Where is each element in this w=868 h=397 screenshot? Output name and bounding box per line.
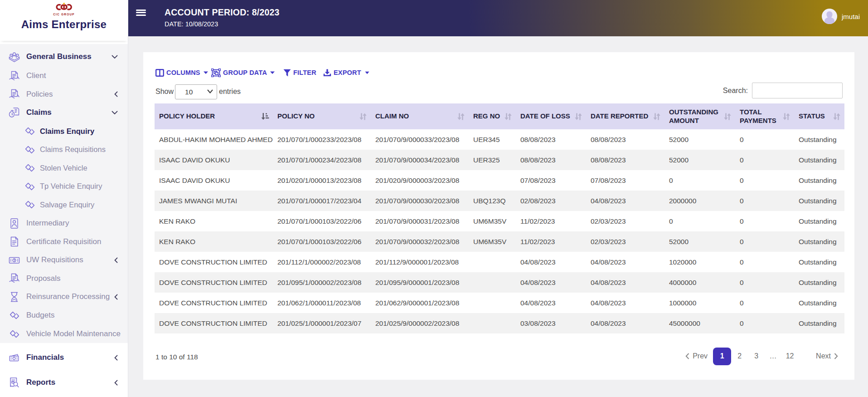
table-row[interactable]: DOVE CONSTRUCTION LIMITED201/112/1/00000… (155, 252, 844, 272)
table-cell: 08/08/2023 (516, 129, 586, 150)
table-row[interactable]: KEN RAKO201/070/1/000103/2022/06201/070/… (155, 211, 844, 231)
sidebar-item-proposals[interactable]: Proposals (0, 270, 128, 288)
sidebar-item-reports[interactable]: Reports (0, 370, 128, 395)
column-header-policy-no[interactable]: POLICY NO (273, 103, 371, 129)
sort-icon-wrap (357, 113, 367, 120)
sidebar-menu-expanded-group: General BusinessClientPoliciesClaimsClai… (0, 44, 128, 343)
user-box[interactable]: jmutai (822, 9, 860, 24)
columns-button[interactable]: COLUMNS (155, 67, 209, 78)
sidebar-item-claims[interactable]: Claims (0, 103, 128, 122)
table-cell (469, 252, 516, 272)
pagination-ellipsis: … (765, 352, 781, 360)
sidebar-item-client[interactable]: Client (0, 67, 128, 85)
table-header-row: POLICY HOLDERPOLICY NOCLAIM NOREG NODATE… (155, 103, 844, 129)
username: jmutai (842, 13, 860, 20)
sidebar-item-claims-requisitions[interactable]: Claims Requisitions (0, 140, 128, 159)
table-row[interactable]: KEN RAKO201/070/1/000103/2022/06201/070/… (155, 231, 844, 252)
sidebar-item-budgets[interactable]: Budgets (0, 306, 128, 325)
table-cell: 0 (735, 293, 794, 313)
export-caret-button[interactable] (365, 67, 369, 78)
group-data-label: GROUP DATA (223, 69, 267, 76)
double-diamond-icon (25, 127, 34, 136)
page-button-3[interactable]: 3 (748, 352, 765, 360)
document-hand-icon (8, 88, 20, 100)
sort-icon-wrap (722, 113, 732, 120)
sidebar-item-tp-vehicle-enquiry[interactable]: Tp Vehicle Enquiry (0, 177, 128, 196)
sidebar-item-certificate-requisition[interactable]: Certificate Requisition (0, 232, 128, 251)
table-row[interactable]: DOVE CONSTRUCTION LIMITED201/062/1/00001… (155, 293, 844, 313)
table-cell: Outstanding (794, 170, 844, 191)
sidebar-item-reinsurance-processing[interactable]: Reinsurance Processing (0, 288, 128, 306)
double-diamond-icon (8, 309, 20, 322)
sidebar-item-claims-enquiry[interactable]: Claims Enquiry (0, 122, 128, 141)
column-header-inner: POLICY NO (277, 112, 367, 121)
column-header-date-reported[interactable]: DATE REPORTED (586, 103, 664, 129)
prev-page-button[interactable]: Prev (683, 352, 710, 360)
column-header-total-payments[interactable]: TOTAL PAYMENTS (735, 103, 794, 129)
table-cell: Outstanding (794, 211, 844, 231)
table-cell: 07/08/2023 (516, 170, 586, 191)
sidebar-item-stolen-vehicle[interactable]: Stolen Vehicle (0, 159, 128, 177)
table-cell: 201/020/9/000003/2023/08 (371, 170, 469, 191)
column-header-reg-no[interactable]: REG NO (469, 103, 516, 129)
table-toolbar: COLUMNS GROUP DATA (143, 67, 854, 78)
table-cell: Outstanding (794, 313, 844, 333)
search-label: Search: (723, 87, 748, 95)
sidebar-item-general-business[interactable]: General Business (0, 47, 128, 67)
page-button-1[interactable]: 1 (713, 348, 731, 365)
page-size-select[interactable]: 10 (175, 84, 217, 99)
group-data-icon (211, 69, 221, 77)
show-label: Show (155, 88, 174, 96)
sidebar-item-financials[interactable]: Financials (0, 345, 128, 370)
table-row[interactable]: DOVE CONSTRUCTION LIMITED201/095/1/00000… (155, 272, 844, 293)
table-cell: Outstanding (794, 272, 844, 293)
column-header-status[interactable]: STATUS (794, 103, 844, 129)
columns-label: COLUMNS (166, 69, 200, 76)
sidebar-item-uw-requisitions[interactable]: UW Requisitions (0, 251, 128, 270)
table-row[interactable]: JAMES MWANGI MUTAI201/070/1/000017/2023/… (155, 191, 844, 211)
table-cell: 0 (664, 211, 735, 231)
next-label: Next (816, 352, 831, 360)
table-cell: 11/02/2023 (516, 231, 586, 252)
table-cell: 201/070/1/000233/2023/08 (273, 129, 371, 150)
column-header-inner: DATE REPORTED (591, 112, 661, 121)
table-cell: UM6M35V (469, 231, 516, 252)
sort-icon (723, 113, 732, 120)
table-row[interactable]: DOVE CONSTRUCTION LIMITED201/025/1/00000… (155, 313, 844, 333)
table-cell: 201/112/1/000002/2023/08 (273, 252, 371, 272)
table-cell: KEN RAKO (155, 211, 273, 231)
column-header-outstanding-amount[interactable]: OUTSTANDING AMOUNT (664, 103, 735, 129)
group-data-button[interactable]: GROUP DATA (211, 67, 275, 78)
column-label: OUTSTANDING AMOUNT (669, 108, 722, 125)
sidebar-item-vehicle-model-maintenance[interactable]: Vehicle Model Maintenance (0, 324, 128, 343)
column-header-policy-holder[interactable]: POLICY HOLDER (155, 103, 273, 129)
column-header-inner: STATUS (799, 112, 841, 121)
table-cell: Outstanding (794, 129, 844, 150)
table-row[interactable]: ABDUL-HAKIM MOHAMED AHMED201/070/1/00023… (155, 129, 844, 150)
export-button[interactable]: EXPORT (323, 67, 361, 78)
table-row[interactable]: ISAAC DAVID OKUKU201/020/1/000013/2023/0… (155, 170, 844, 191)
table-cell: 201/025/1/000001/2023/07 (273, 313, 371, 333)
hamburger-menu-icon[interactable] (136, 10, 146, 16)
column-header-date-of-loss[interactable]: DATE OF LOSS (516, 103, 586, 129)
logo-caption: CIC GROUP (53, 13, 75, 16)
sidebar-item-label: Client (26, 71, 46, 80)
content-card: COLUMNS GROUP DATA (143, 52, 854, 380)
sort-icon-wrap (502, 113, 512, 120)
banknote-icon (8, 254, 20, 266)
people-group-icon (8, 51, 20, 63)
sidebar-item-label: UW Requisitions (26, 255, 83, 265)
search-input[interactable] (752, 83, 843, 98)
table-cell: 0 (735, 129, 794, 150)
column-header-claim-no[interactable]: CLAIM NO (371, 103, 469, 129)
column-label: POLICY NO (277, 112, 315, 121)
sidebar-item-intermediary[interactable]: Intermediary (0, 214, 128, 233)
sidebar-item-policies[interactable]: Policies (0, 85, 128, 104)
next-page-button[interactable]: Next (813, 352, 841, 360)
page-button-12[interactable]: 12 (781, 352, 798, 360)
filter-button[interactable]: FILTER (283, 67, 316, 78)
table-row[interactable]: ISAAC DAVID OKUKU201/070/1/000234/2023/0… (155, 150, 844, 170)
page-button-2[interactable]: 2 (731, 352, 748, 360)
table-cell: 201/070/9/000034/2023/08 (371, 150, 469, 170)
sidebar-item-salvage-enquiry[interactable]: Salvage Enquiry (0, 196, 128, 214)
